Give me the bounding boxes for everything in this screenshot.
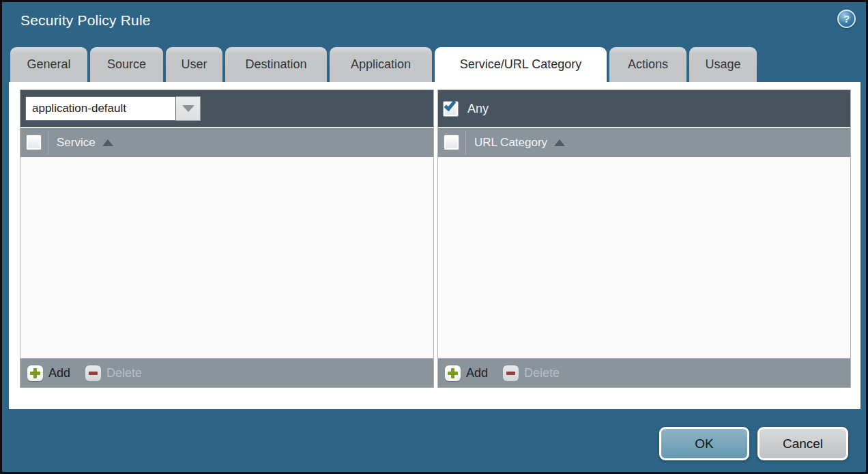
tab-service-url-category[interactable]: Service/URL Category [435, 47, 607, 82]
tab-usage[interactable]: Usage [689, 47, 757, 82]
delete-service-button[interactable]: Delete [85, 365, 142, 381]
ok-button[interactable]: OK [659, 427, 749, 460]
url-category-list [438, 157, 850, 358]
tab-source[interactable]: Source [90, 47, 163, 82]
column-separator [48, 131, 48, 154]
dialog-title: Security Policy Rule [20, 12, 151, 29]
sort-ascending-icon[interactable] [102, 139, 113, 146]
add-url-category-button[interactable]: Add [445, 365, 488, 381]
security-policy-rule-dialog: Security Policy Rule ? General Source Us… [0, 0, 868, 474]
url-category-panel: Any URL Category Add Delete [437, 89, 851, 388]
any-label: Any [467, 102, 489, 116]
url-category-panel-toolbar: Add Delete [438, 358, 850, 387]
any-url-category-checkbox[interactable] [443, 101, 459, 117]
add-service-button[interactable]: Add [27, 365, 70, 381]
tab-actions[interactable]: Actions [609, 47, 686, 82]
minus-icon [85, 365, 101, 381]
minus-icon [503, 365, 519, 381]
tab-destination[interactable]: Destination [225, 47, 327, 82]
service-type-dropdown-button[interactable] [176, 96, 201, 121]
plus-icon [445, 365, 461, 381]
service-list [20, 157, 433, 358]
select-all-services-checkbox[interactable] [26, 135, 42, 150]
service-panel-toolbar: Add Delete [20, 358, 433, 387]
help-icon-glyph: ? [843, 13, 850, 25]
checkmark-icon [444, 98, 457, 111]
chevron-down-icon [182, 105, 194, 112]
service-panel-header [20, 90, 433, 127]
delete-url-category-button[interactable]: Delete [503, 365, 560, 381]
tab-user[interactable]: User [166, 47, 222, 82]
tab-bar: General Source User Destination Applicat… [10, 47, 757, 82]
help-icon[interactable]: ? [837, 10, 856, 28]
service-type-input[interactable] [25, 96, 176, 121]
sort-ascending-icon[interactable] [554, 139, 565, 146]
cancel-button[interactable]: Cancel [757, 427, 848, 460]
plus-icon [27, 365, 43, 381]
url-category-column-header: URL Category [438, 127, 850, 157]
tab-content-sheet: Service Add Delete Any [9, 82, 860, 409]
tab-application[interactable]: Application [330, 47, 432, 82]
url-category-panel-header: Any [438, 90, 850, 127]
service-column-header: Service [20, 127, 433, 157]
url-category-column-label: URL Category [474, 136, 547, 150]
column-separator [465, 131, 466, 154]
tab-general[interactable]: General [10, 47, 87, 82]
service-panel: Service Add Delete [20, 89, 434, 388]
service-column-label: Service [57, 136, 96, 150]
select-all-url-categories-checkbox[interactable] [444, 135, 459, 150]
